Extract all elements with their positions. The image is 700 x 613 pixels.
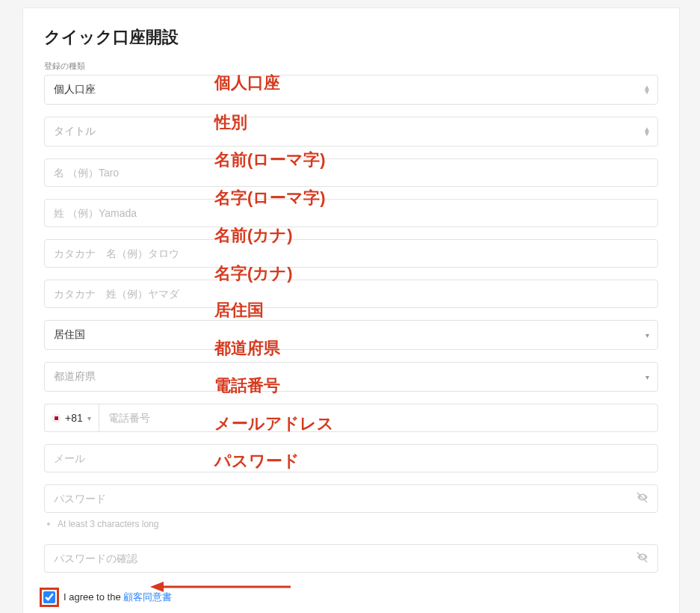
last-name-input[interactable] [44,199,658,227]
account-type-select[interactable]: 個人口座 [44,75,658,105]
phone-input[interactable] [99,404,658,432]
password-hint: At least 3 characters long [58,519,158,529]
last-name-kana-input[interactable] [44,280,658,308]
dial-code: +81 [65,412,83,424]
password-confirm-input[interactable] [44,544,658,573]
email-input[interactable] [44,444,658,472]
first-name-kana-input[interactable] [44,239,658,268]
phone-country-select[interactable]: +81 ▾ [44,404,99,432]
annotation-box [40,588,59,607]
eye-off-icon[interactable] [636,490,649,507]
svg-marker-1 [150,582,164,592]
agree-row: I agree to the 顧客同意書 [40,588,658,607]
page-title: クイック口座開設 [44,26,658,49]
password-input[interactable] [44,484,658,513]
bullet-icon [47,523,50,526]
first-name-input[interactable] [44,158,658,187]
arrow-icon [150,578,292,596]
account-type-field: 登録の種類 個人口座 ▲▼ [44,61,658,105]
japan-flag-icon [52,414,61,422]
country-select[interactable]: 居住国 [44,320,658,350]
chevron-down-icon: ▾ [87,414,91,422]
title-field: タイトル ▲▼ [44,117,658,147]
agree-checkbox[interactable] [43,591,55,603]
title-select[interactable]: タイトル [44,117,658,147]
agree-prefix: I agree to the [64,591,123,603]
prefecture-select[interactable]: 都道府県 [44,362,658,392]
eye-off-icon[interactable] [636,550,649,567]
form-card: クイック口座開設 登録の種類 個人口座 ▲▼ タイトル ▲▼ [22,7,680,613]
account-type-label: 登録の種類 [44,61,658,72]
